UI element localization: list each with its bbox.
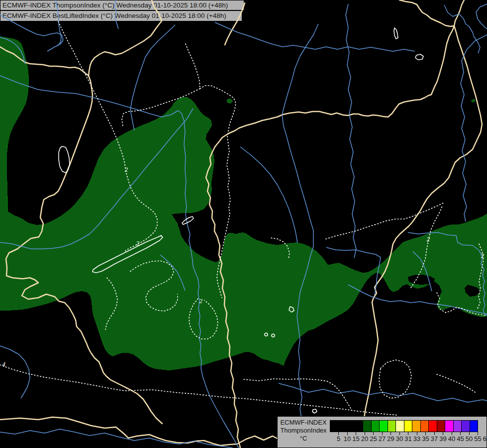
- legend: ECMWF-INDEX ThompsonIndex °C 51015202527…: [277, 416, 487, 448]
- legend-color-cell: [453, 420, 462, 432]
- legend-color-cell: [404, 420, 413, 432]
- legend-color-cell: [461, 420, 470, 432]
- title-text-line1: ECMWF-INDEX ThompsonIndex (°C) Wednesday…: [2, 1, 228, 9]
- legend-color-cell: [363, 420, 372, 432]
- legend-color-scale: [330, 420, 478, 432]
- legend-color-cell: [395, 420, 404, 432]
- legend-color-cell: [420, 420, 429, 432]
- legend-color-cell: [355, 420, 364, 432]
- weather-map-screen: ECMWF-INDEX ThompsonIndex (°C) Wednesday…: [0, 0, 487, 448]
- legend-subtitle: ThompsonIndex: [278, 427, 329, 435]
- legend-color-cell: [338, 420, 347, 432]
- legend-color-cell: [346, 420, 355, 432]
- legend-color-cell: [428, 420, 437, 432]
- legend-color-cell: [330, 420, 339, 432]
- legend-color-cell: [412, 420, 421, 432]
- legend-color-cell: [388, 420, 396, 432]
- legend-tick-label: 60: [482, 435, 487, 443]
- title-bar-best-lifted-index: ECMWF-INDEX BestLiftedIndex (°C) Wednesd…: [0, 10, 242, 21]
- legend-color-cell: [371, 420, 380, 432]
- title-bar-thompson-index: ECMWF-INDEX ThompsonIndex (°C) Wednesday…: [0, 0, 244, 10]
- title-text-line2: ECMWF-INDEX BestLiftedIndex (°C) Wednesd…: [2, 12, 226, 19]
- index-shaded-field: [0, 0, 487, 448]
- legend-title: ECMWF-INDEX: [278, 419, 329, 427]
- legend-color-cell: [379, 420, 388, 432]
- legend-color-cell: [437, 420, 446, 432]
- legend-color-cell: [445, 420, 454, 432]
- legend-units: °C: [278, 435, 329, 443]
- legend-color-cell: [470, 420, 479, 432]
